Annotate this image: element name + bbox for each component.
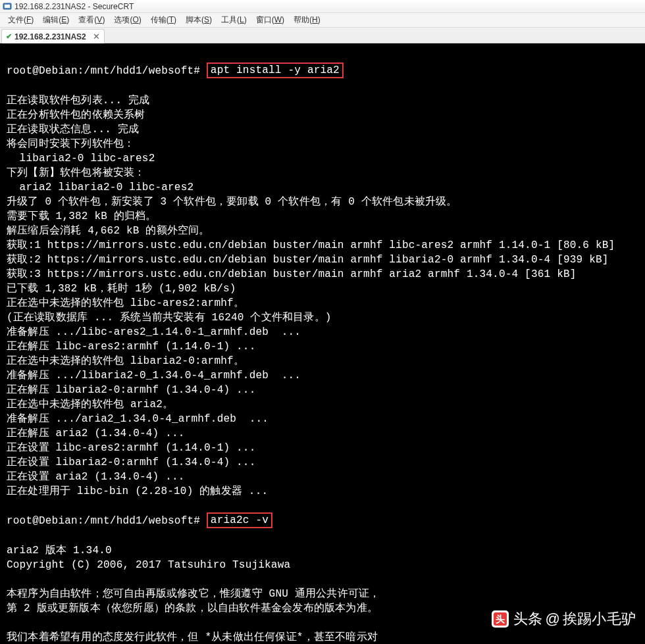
terminal-line: 我们本着希望有用的态度发行此软件，但 *从未做出任何保证*，甚至不暗示对 xyxy=(7,630,638,644)
menu-view[interactable]: 查看(V) xyxy=(74,13,109,27)
terminal-line: 获取:3 https://mirrors.ustc.edu.cn/debian … xyxy=(7,267,638,282)
highlight-box-cmd2: aria2c -v xyxy=(207,512,272,528)
highlight-box-cmd1: apt install -y aria2 xyxy=(207,62,344,78)
terminal-output[interactable]: root@Debian:/mnt/hdd1/websoft# apt insta… xyxy=(0,43,645,644)
close-icon[interactable]: ✕ xyxy=(93,32,100,41)
terminal-line: 正在选中未选择的软件包 libaria2-0:armhf。 xyxy=(7,354,638,368)
svg-rect-1 xyxy=(5,5,10,8)
terminal-line: aria2 版本 1.34.0 xyxy=(7,543,638,558)
menu-options[interactable]: 选项(O) xyxy=(110,13,145,27)
watermark-author: 挨踢小毛驴 xyxy=(563,612,636,626)
terminal-line: (正在读取数据库 ... 系统当前共安装有 16240 个文件和目录。) xyxy=(7,310,638,325)
terminal-line: 正在选中未选择的软件包 libc-ares2:armhf。 xyxy=(7,296,638,310)
terminal-line: 已下载 1,382 kB，耗时 1秒 (1,902 kB/s) xyxy=(7,282,638,296)
watermark: 头 头条 @ 挨踢小毛驴 xyxy=(491,610,636,628)
session-tab[interactable]: ✔ 192.168.2.231NAS2 ✕ xyxy=(1,29,105,43)
menu-bar: 文件(F) 编辑(E) 查看(V) 选项(O) 传输(T) 脚本(S) 工具(L… xyxy=(0,13,645,28)
terminal-line: 正在解压 libaria2-0:armhf (1.34.0-4) ... xyxy=(7,383,638,397)
terminal-line: 升级了 0 个软件包，新安装了 3 个软件包，要卸载 0 个软件包，有 0 个软… xyxy=(7,195,638,209)
terminal-line: 正在处理用于 libc-bin (2.28-10) 的触发器 ... xyxy=(7,484,638,499)
terminal-line: 将会同时安装下列软件包： xyxy=(7,137,638,151)
menu-window[interactable]: 窗口(W) xyxy=(252,13,288,27)
terminal-line: 准备解压 .../libc-ares2_1.14.0-1_armhf.deb .… xyxy=(7,325,638,339)
terminal-line: 正在分析软件包的依赖关系树 xyxy=(7,108,638,122)
terminal-line: libaria2-0 libc-ares2 xyxy=(7,151,638,166)
menu-transfer[interactable]: 传输(T) xyxy=(147,13,180,27)
terminal-line: 需要下载 1,382 kB 的归档。 xyxy=(7,209,638,224)
terminal-line: 获取:2 https://mirrors.ustc.edu.cn/debian … xyxy=(7,253,638,267)
terminal-line: 获取:1 https://mirrors.ustc.edu.cn/debian … xyxy=(7,238,638,253)
terminal-line: 正在选中未选择的软件包 aria2。 xyxy=(7,397,638,412)
terminal-line: aria2 libaria2-0 libc-ares2 xyxy=(7,180,638,195)
app-icon xyxy=(3,2,12,11)
menu-script[interactable]: 脚本(S) xyxy=(182,13,216,27)
terminal-line: 正在设置 aria2 (1.34.0-4) ... xyxy=(7,470,638,484)
terminal-line: 正在设置 libaria2-0:armhf (1.34.0-4) ... xyxy=(7,455,638,470)
terminal-line: 正在读取软件包列表... 完成 xyxy=(7,93,638,108)
menu-tools[interactable]: 工具(L) xyxy=(217,13,251,27)
tab-bar: ✔ 192.168.2.231NAS2 ✕ xyxy=(0,28,645,43)
toutiao-logo-icon: 头 xyxy=(491,610,509,628)
menu-file[interactable]: 文件(F) xyxy=(4,13,38,27)
terminal-line: 正在读取状态信息... 完成 xyxy=(7,122,638,137)
shell-prompt: root@Debian:/mnt/hdd1/websoft# xyxy=(7,515,207,527)
svg-text:头: 头 xyxy=(496,614,505,624)
window-title: 192.168.2.231NAS2 - SecureCRT xyxy=(14,2,134,11)
terminal-line: 准备解压 .../aria2_1.34.0-4_armhf.deb ... xyxy=(7,412,638,426)
menu-edit[interactable]: 编辑(E) xyxy=(39,13,73,27)
terminal-line: root@Debian:/mnt/hdd1/websoft# aria2c -v xyxy=(7,513,638,529)
terminal-line: Copyright (C) 2006, 2017 Tatsuhiro Tsuji… xyxy=(7,558,638,572)
terminal-line xyxy=(7,572,638,587)
watermark-brand: 头条 xyxy=(513,612,542,626)
tab-label: 192.168.2.231NAS2 xyxy=(14,32,86,41)
terminal-line: 解压缩后会消耗 4,662 kB 的额外空间。 xyxy=(7,224,638,238)
terminal-line: 准备解压 .../libaria2-0_1.34.0-4_armhf.deb .… xyxy=(7,368,638,383)
terminal-line: 本程序为自由软件；您可自由再版或修改它，惟须遵守 GNU 通用公共许可证， xyxy=(7,587,638,601)
terminal-line: 正在解压 aria2 (1.34.0-4) ... xyxy=(7,426,638,441)
terminal-line: root@Debian:/mnt/hdd1/websoft# apt insta… xyxy=(7,63,638,79)
window-title-bar: 192.168.2.231NAS2 - SecureCRT xyxy=(0,0,645,13)
check-icon: ✔ xyxy=(6,32,12,41)
watermark-at: @ xyxy=(545,612,560,626)
menu-help[interactable]: 帮助(H) xyxy=(290,13,324,27)
shell-prompt: root@Debian:/mnt/hdd1/websoft# xyxy=(7,65,207,77)
terminal-line: 正在设置 libc-ares2:armhf (1.14.0-1) ... xyxy=(7,441,638,455)
terminal-line: 正在解压 libc-ares2:armhf (1.14.0-1) ... xyxy=(7,339,638,354)
terminal-line: 下列【新】软件包将被安装： xyxy=(7,166,638,180)
